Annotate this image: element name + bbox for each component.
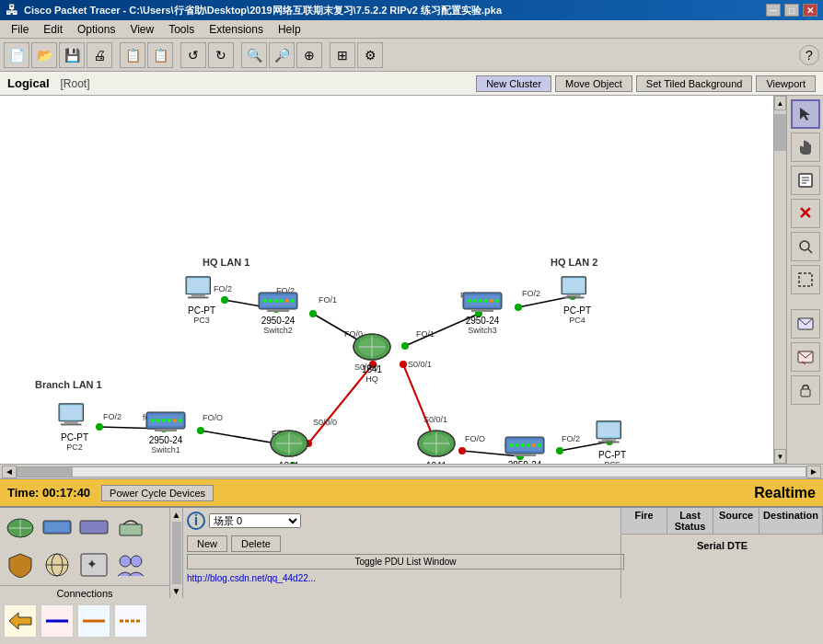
svg-point-69 [291, 299, 295, 303]
open-button[interactable]: 📂 [31, 42, 57, 68]
select-tool-button[interactable] [791, 99, 820, 129]
vertical-scrollbar[interactable]: ▲ ▼ [773, 96, 786, 464]
copper-straight-icon[interactable] [77, 604, 110, 638]
pdu-info-icon: i [187, 512, 205, 530]
node-pc2[interactable]: PC-PT PC2 [57, 402, 92, 452]
help-icon-button[interactable]: ? [799, 45, 819, 65]
multiuser-type-icon[interactable] [114, 548, 147, 581]
scroll-up-arrow[interactable]: ▲ [774, 96, 786, 110]
copper-cross-icon[interactable] [114, 604, 147, 638]
toggle-pdu-list-button[interactable]: Toggle PDU List Window [187, 554, 624, 569]
maximize-button[interactable]: □ [784, 4, 799, 17]
resize-tool-button[interactable] [791, 265, 820, 294]
horizontal-scrollbar[interactable]: ◄ ► [0, 464, 823, 478]
scroll-thumb[interactable] [774, 114, 786, 151]
node-isp[interactable]: 1841 ISP [416, 427, 457, 464]
delete-tool-button[interactable]: ✕ [791, 199, 820, 228]
save-button[interactable]: 💾 [59, 42, 85, 68]
close-button[interactable]: ✕ [803, 4, 817, 17]
svg-text:FO/O: FO/O [465, 434, 485, 443]
minimize-button[interactable]: ─ [766, 4, 781, 17]
menu-extensions[interactable]: Extensions [202, 21, 271, 38]
menu-view[interactable]: View [122, 21, 161, 38]
new-pdu-button[interactable]: New [187, 535, 227, 552]
node-switch4[interactable]: 2950-24 Switch4 [504, 433, 545, 464]
new-cluster-button[interactable]: New Cluster [476, 75, 551, 92]
scroll-right-arrow[interactable]: ► [806, 466, 821, 478]
move-object-button[interactable]: Move Object [555, 75, 632, 92]
node-switch1[interactable]: 2950-24 Switch1 [145, 408, 186, 454]
set-tiled-bg-button[interactable]: Set Tiled Background [636, 75, 753, 92]
auto-connect-icon[interactable] [4, 604, 37, 638]
svg-text:✦: ✦ [87, 557, 98, 571]
node-switch3[interactable]: 2950-24 Switch3 [462, 289, 503, 335]
svg-text:S0/0/1: S0/0/1 [423, 415, 447, 424]
scroll-thumb-h[interactable] [17, 467, 73, 477]
switch-type-icon[interactable] [41, 512, 74, 545]
menu-tools[interactable]: Tools [161, 21, 202, 38]
power-cycle-button[interactable]: Power Cycle Devices [101, 485, 214, 501]
hand-tool-button[interactable] [791, 132, 820, 162]
hub-type-icon[interactable] [77, 512, 110, 545]
redo-button[interactable]: ↻ [208, 42, 234, 68]
print-button[interactable]: 🖨 [87, 42, 112, 68]
custom-type-icon[interactable]: ✦ [77, 548, 110, 581]
menu-help[interactable]: Help [271, 21, 308, 38]
zoom-tool-button[interactable] [791, 232, 820, 261]
pdu-send-button[interactable] [791, 309, 820, 339]
scroll-left-arrow[interactable]: ◄ [2, 466, 17, 478]
lock-button[interactable] [791, 375, 820, 405]
scroll-down-arrow[interactable]: ▼ [774, 449, 786, 464]
delete-pdu-button[interactable]: Delete [231, 535, 281, 552]
menu-edit[interactable]: Edit [36, 21, 70, 38]
menu-options[interactable]: Options [70, 21, 122, 38]
middle-scroll-up[interactable]: ▲ [172, 510, 181, 520]
wan-type-icon[interactable] [41, 548, 74, 581]
node-pc4[interactable]: PC-PT PC4 [560, 275, 595, 325]
svg-point-96 [156, 419, 160, 422]
pdu-recv-button[interactable] [791, 342, 820, 372]
connections-icons [0, 601, 169, 641]
title-bar: 🖧 Cisco Packet Tracer - C:\Users\行省助\Des… [0, 0, 823, 20]
svg-rect-88 [563, 279, 585, 293]
node-pc3[interactable]: PC-PT PC3 [184, 275, 219, 325]
zoom-out-button[interactable]: 🔎 [269, 42, 295, 68]
wireless-type-icon[interactable] [114, 512, 147, 545]
security-type-icon[interactable] [4, 548, 37, 581]
middle-panel-scroll[interactable]: ▲ ▼ [170, 508, 183, 598]
node-branch[interactable]: 1841 Branch [269, 427, 309, 464]
svg-point-99 [173, 419, 177, 422]
node-pc5[interactable]: PC-PT PC5 [595, 420, 630, 464]
pdu-toolbar: i 场景 0 [183, 508, 620, 534]
svg-rect-92 [61, 406, 82, 420]
svg-point-34 [556, 447, 563, 454]
scenario-select[interactable]: 场景 0 [209, 513, 301, 528]
scroll-track[interactable] [17, 466, 806, 477]
node-hq[interactable]: 1841 HQ [352, 330, 392, 384]
middle-scroll-down[interactable]: ▼ [172, 586, 181, 596]
hq-lan2-label: HQ LAN 2 [551, 257, 597, 268]
svg-point-142 [800, 241, 809, 250]
pdu-url[interactable]: http://blog.csdn.net/qq_44d22... [183, 571, 620, 585]
svg-text:FO/O: FO/O [203, 413, 223, 422]
custom-button[interactable]: ⚙ [357, 42, 383, 68]
zoom-in-button[interactable]: 🔍 [241, 42, 267, 68]
note-tool-button[interactable] [791, 166, 820, 195]
zoom-reset-button[interactable]: ⊕ [296, 42, 322, 68]
router-type-icon[interactable] [4, 512, 37, 545]
middle-scroll-thumb[interactable] [172, 522, 181, 584]
menu-file[interactable]: File [4, 21, 36, 38]
new-button[interactable]: 📄 [4, 42, 29, 68]
svg-point-95 [151, 419, 155, 422]
console-cable-icon[interactable] [41, 604, 74, 638]
paste-button[interactable]: 📋 [147, 42, 173, 68]
svg-point-22 [400, 361, 407, 368]
network-canvas[interactable]: FO/2 FO/2 FO/1 FO/0 FO/1 FO/1 FO/2 S0/0/… [0, 96, 786, 464]
grid-button[interactable]: ⊞ [330, 42, 355, 68]
undo-button[interactable]: ↺ [180, 42, 206, 68]
window-controls: ─ □ ✕ [766, 4, 817, 17]
node-switch2[interactable]: 2950-24 Switch2 [258, 289, 298, 335]
viewport-button[interactable]: Viewport [756, 75, 816, 92]
connections-label: Connections [0, 585, 169, 601]
copy-button[interactable]: 📋 [120, 42, 145, 68]
